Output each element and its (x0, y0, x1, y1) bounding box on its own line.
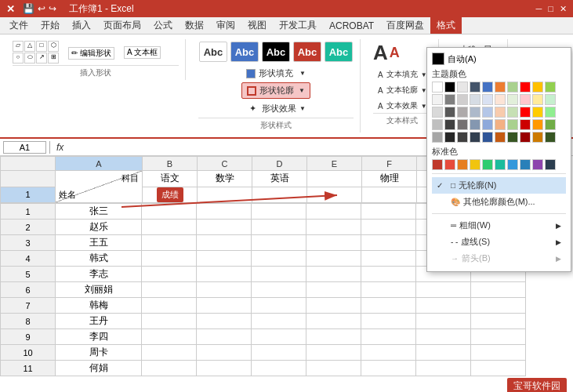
data-cell[interactable] (197, 345, 252, 361)
data-cell[interactable] (252, 204, 306, 220)
shape-icon-7[interactable]: ↗ (36, 53, 47, 64)
data-cell[interactable] (361, 235, 416, 251)
shape-icon-1[interactable]: ▱ (13, 41, 24, 52)
abc-btn-1[interactable]: Abc (199, 42, 227, 62)
color-swatch[interactable] (457, 107, 468, 118)
data-cell[interactable] (197, 235, 252, 251)
color-swatch[interactable] (532, 82, 543, 93)
shape-icon-4[interactable]: ⬡ (48, 41, 59, 52)
menu-pagelayout[interactable]: 页面布局 (97, 17, 147, 34)
menu-devtools[interactable]: 开发工具 (273, 17, 323, 34)
color-swatch[interactable] (520, 94, 531, 105)
data-cell[interactable] (197, 282, 252, 298)
color-swatch[interactable] (545, 119, 556, 130)
color-swatch[interactable] (507, 107, 518, 118)
color-swatch[interactable] (545, 132, 556, 143)
auto-color-label[interactable]: 自动(A) (448, 53, 477, 65)
color-swatch[interactable] (457, 119, 468, 130)
data-cell[interactable] (416, 345, 471, 361)
standard-color-swatch[interactable] (470, 159, 481, 170)
standard-color-swatch[interactable] (457, 159, 468, 170)
data-cell[interactable] (142, 204, 197, 220)
data-cell[interactable] (361, 298, 416, 314)
data-cell[interactable] (142, 314, 197, 329)
color-swatch[interactable] (444, 132, 455, 143)
shape-icon-6[interactable]: ⬭ (24, 53, 35, 64)
data-cell[interactable] (416, 361, 471, 376)
data-cell[interactable] (471, 345, 526, 361)
edit-shape-btn[interactable]: ✏ 编辑形状 (68, 47, 114, 60)
data-cell[interactable] (197, 361, 252, 376)
color-swatch[interactable] (444, 82, 455, 93)
data-cell[interactable] (471, 361, 526, 376)
abc-btn-2[interactable]: Abc (230, 42, 259, 62)
color-swatch[interactable] (532, 107, 543, 118)
data-cell[interactable] (252, 314, 306, 329)
cell-e1[interactable] (307, 187, 362, 203)
data-cell[interactable] (471, 282, 526, 298)
small-A-btn[interactable]: A (390, 45, 400, 63)
col-header-c[interactable]: C (198, 157, 252, 171)
color-swatch[interactable] (532, 94, 543, 105)
data-cell[interactable] (142, 345, 197, 361)
data-cell[interactable] (252, 345, 306, 361)
color-swatch[interactable] (457, 82, 468, 93)
color-swatch[interactable] (495, 82, 506, 93)
color-swatch[interactable] (545, 107, 556, 118)
data-cell[interactable] (306, 235, 361, 251)
col-header-e[interactable]: E (307, 157, 362, 171)
color-swatch[interactable] (520, 132, 531, 143)
abc-btn-3[interactable]: Abc (262, 42, 290, 62)
color-swatch[interactable] (545, 94, 556, 105)
data-cell[interactable] (306, 345, 361, 361)
data-cell[interactable] (142, 220, 197, 235)
cell-name[interactable]: 何娟 (56, 361, 142, 376)
standard-color-swatch[interactable] (432, 159, 443, 170)
data-cell[interactable] (306, 267, 361, 282)
color-swatch[interactable] (457, 94, 468, 105)
color-swatch[interactable] (470, 94, 481, 105)
data-cell[interactable] (252, 298, 306, 314)
data-cell[interactable] (197, 314, 252, 329)
data-cell[interactable] (197, 204, 252, 220)
minimize-btn[interactable]: ─ (536, 4, 542, 14)
cell-name[interactable]: 李四 (56, 329, 142, 345)
menu-review[interactable]: 审阅 (210, 17, 241, 34)
cell-f1[interactable] (362, 187, 417, 203)
shape-effect-btn[interactable]: ✦ 形状效果 ▼ (241, 100, 310, 116)
data-cell[interactable] (252, 267, 306, 282)
shape-icon-8[interactable]: ⊞ (48, 53, 59, 64)
data-cell[interactable] (252, 235, 306, 251)
menu-home[interactable]: 开始 (34, 17, 66, 34)
data-cell[interactable] (361, 314, 416, 329)
auto-color-swatch[interactable] (432, 53, 444, 65)
data-cell[interactable] (197, 251, 252, 267)
data-cell[interactable] (361, 251, 416, 267)
data-cell[interactable] (306, 361, 361, 376)
color-swatch[interactable] (507, 94, 518, 105)
color-swatch[interactable] (520, 107, 531, 118)
data-cell[interactable] (142, 251, 197, 267)
color-swatch[interactable] (432, 119, 443, 130)
data-cell[interactable] (471, 298, 526, 314)
text-fill-btn[interactable]: A 文本填充 ▼ (373, 67, 432, 82)
data-cell[interactable] (142, 267, 197, 282)
big-A-btn[interactable]: A (373, 42, 388, 63)
outline-dropdown-arrow[interactable]: ▼ (299, 87, 305, 94)
menu-formula[interactable]: 公式 (147, 17, 179, 34)
color-swatch[interactable] (495, 107, 506, 118)
color-swatch[interactable] (482, 107, 493, 118)
data-cell[interactable] (252, 220, 306, 235)
data-cell[interactable] (197, 329, 252, 345)
standard-color-swatch[interactable] (482, 159, 493, 170)
color-swatch[interactable] (432, 82, 443, 93)
data-cell[interactable] (306, 298, 361, 314)
color-swatch[interactable] (507, 119, 518, 130)
data-cell[interactable] (197, 220, 252, 235)
color-swatch[interactable] (532, 119, 543, 130)
data-cell[interactable] (197, 267, 252, 282)
color-swatch[interactable] (432, 107, 443, 118)
data-cell[interactable] (416, 298, 471, 314)
data-cell[interactable] (306, 282, 361, 298)
data-cell[interactable] (361, 361, 416, 376)
